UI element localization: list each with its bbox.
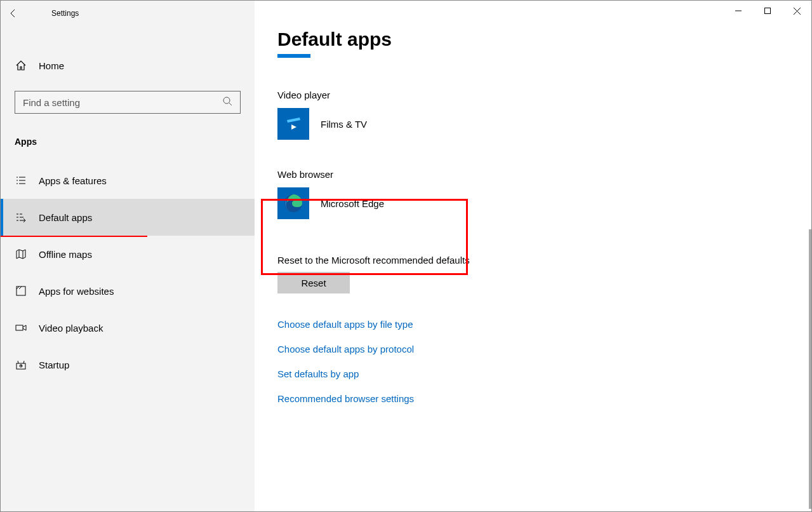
- web-browser-label: Web browser: [277, 169, 789, 180]
- websites-icon: [15, 285, 27, 297]
- home-nav[interactable]: Home: [1, 51, 255, 79]
- svg-line-5: [229, 103, 232, 105]
- sidebar-item-default-apps[interactable]: Default apps: [1, 199, 255, 236]
- minimize-button[interactable]: [724, 1, 753, 21]
- search-icon: [222, 96, 232, 109]
- maximize-button[interactable]: [753, 1, 782, 21]
- svg-rect-1: [765, 8, 771, 14]
- web-browser-app[interactable]: Microsoft Edge: [277, 187, 789, 219]
- page-title: Default apps: [277, 29, 789, 50]
- sidebar-item-label: Video playback: [39, 323, 103, 333]
- search-box[interactable]: [15, 91, 241, 114]
- video-icon: [15, 321, 27, 334]
- main-panel: Default apps Video player Films & TV Web…: [255, 1, 811, 511]
- home-label: Home: [39, 60, 64, 71]
- link-file-type[interactable]: Choose default apps by file type: [277, 319, 789, 330]
- search-input[interactable]: [23, 97, 211, 108]
- sidebar-item-label: Offline maps: [39, 249, 92, 260]
- link-browser-settings[interactable]: Recommended browser settings: [277, 393, 789, 404]
- edge-icon: [277, 187, 309, 219]
- sidebar: Home Apps Apps & features De: [1, 1, 255, 511]
- sidebar-item-label: Apps for websites: [39, 286, 114, 297]
- sidebar-item-apps-websites[interactable]: Apps for websites: [1, 273, 255, 309]
- sidebar-item-label: Startup: [39, 360, 69, 370]
- title-underline: [277, 54, 310, 58]
- films-tv-icon: [277, 108, 309, 140]
- reset-label: Reset to the Microsoft recommended defau…: [277, 255, 789, 266]
- link-protocol[interactable]: Choose default apps by protocol: [277, 344, 789, 354]
- web-browser-app-name: Microsoft Edge: [321, 198, 384, 209]
- window-title: Settings: [51, 9, 79, 18]
- home-icon: [15, 59, 27, 72]
- list-icon: [15, 174, 27, 187]
- link-by-app[interactable]: Set defaults by app: [277, 368, 789, 379]
- defaults-icon: [15, 211, 27, 224]
- map-icon: [15, 248, 27, 260]
- svg-point-4: [223, 97, 230, 104]
- video-player-app[interactable]: Films & TV: [277, 108, 789, 140]
- video-player-app-name: Films & TV: [321, 119, 367, 130]
- back-button[interactable]: [1, 1, 26, 26]
- sidebar-item-apps-features[interactable]: Apps & features: [1, 162, 255, 199]
- close-button[interactable]: [782, 1, 811, 21]
- sidebar-item-label: Default apps: [39, 212, 92, 223]
- sidebar-item-video-playback[interactable]: Video playback: [1, 309, 255, 346]
- sidebar-item-startup[interactable]: Startup: [1, 346, 255, 383]
- svg-rect-18: [16, 325, 23, 330]
- sidebar-item-offline-maps[interactable]: Offline maps: [1, 236, 255, 273]
- reset-button[interactable]: Reset: [277, 272, 350, 293]
- sidebar-item-label: Apps & features: [39, 175, 107, 186]
- video-player-label: Video player: [277, 90, 789, 100]
- startup-icon: [15, 358, 27, 371]
- section-heading: Apps: [1, 125, 255, 153]
